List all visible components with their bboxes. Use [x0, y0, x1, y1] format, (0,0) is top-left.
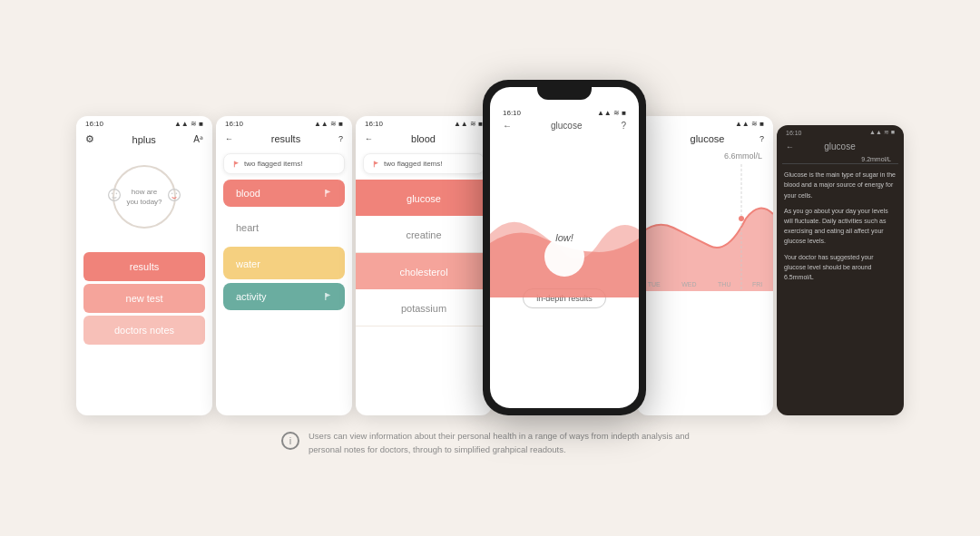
status-bar-5: 16:10 ▲▲ ≋ ■	[777, 125, 904, 138]
cholesterol-item[interactable]: cholesterol	[356, 253, 492, 289]
para1-5: Glucose is the main type of sugar in the…	[784, 170, 897, 200]
svg-point-3	[169, 190, 181, 201]
title-4: glucose	[691, 133, 725, 144]
svg-point-12	[739, 216, 744, 221]
center-time: 16:10	[503, 109, 521, 117]
flag-icon-blood	[325, 189, 332, 198]
doctors-notes-menu-item[interactable]: doctors notes	[83, 316, 205, 345]
info-text: Users can view information about their p…	[309, 430, 699, 456]
screen5-dark: 16:10 ▲▲ ≋ ■ ← glucose 9.2mmol/L Glucose…	[777, 125, 904, 415]
screen3-blood: 16:10 ▲▲ ≋ ■ ← blood two flagged items! …	[356, 116, 492, 415]
info-icon: i	[281, 432, 299, 450]
back-btn-2[interactable]: ←	[225, 134, 233, 143]
nav-bar-5: ← glucose	[777, 138, 904, 155]
back-btn-5[interactable]: ←	[786, 142, 794, 151]
title-1: hplus	[132, 134, 156, 145]
settings-icon-1[interactable]: ⚙	[85, 133, 94, 145]
chart-svg-center	[490, 134, 639, 297]
signal-icons-5: ▲▲ ≋ ■	[869, 129, 895, 136]
aa-icon-1[interactable]: Aᵃ	[193, 134, 203, 144]
nav-bar-2: ← results ?	[216, 130, 352, 148]
glucose-value-4: 6.6mmol/L	[637, 148, 773, 164]
para2-5: As you go about your day your levels wil…	[784, 206, 897, 247]
activity-item[interactable]: activity	[223, 283, 345, 310]
screen1-home: 16:10 ▲▲ ≋ ■ ⚙ hplus Aᵃ	[76, 116, 212, 415]
screen2-results: 16:10 ▲▲ ≋ ■ ← results ? two flagged ite…	[216, 116, 352, 415]
svg-point-0	[109, 190, 121, 201]
title-5: glucose	[824, 141, 855, 151]
glucose-chart-center: low!	[490, 134, 639, 297]
status-bar-3: 16:10 ▲▲ ≋ ■	[356, 116, 492, 130]
flag-banner-3: two flagged items!	[363, 153, 485, 174]
svg-point-4	[172, 193, 173, 195]
back-btn-3[interactable]: ←	[365, 134, 373, 143]
status-bar-1: 16:10 ▲▲ ≋ ■	[76, 116, 212, 130]
signal-icons-3: ▲▲ ≋ ■	[454, 120, 483, 128]
help-btn-2[interactable]: ?	[338, 134, 343, 143]
signal-icons-2: ▲▲ ≋ ■	[314, 120, 343, 128]
greeting-text: how are you today?	[126, 187, 162, 207]
time-3: 16:10	[365, 120, 383, 128]
water-item[interactable]: water	[223, 247, 345, 279]
nav-bar-3: ← blood	[356, 130, 492, 148]
signal-icons-4: ▲▲ ≋ ■	[735, 120, 764, 128]
phone-notch	[537, 80, 592, 100]
screen4-glucose: ▲▲ ≋ ■ glucose ? 6.6mmol/L	[637, 116, 773, 415]
nav-bar-1: ⚙ hplus Aᵃ	[76, 130, 212, 149]
flag-icon-activity	[325, 292, 332, 301]
mood-circle[interactable]: how are you today?	[113, 165, 176, 229]
phone-center: 16:10 ▲▲ ≋ ■ ← glucose ?	[483, 80, 646, 415]
heart-item[interactable]: heart	[223, 210, 345, 243]
flag-icon-2	[233, 161, 240, 168]
time-1: 16:10	[85, 120, 103, 128]
center-back[interactable]: ←	[503, 121, 512, 131]
title-2: results	[271, 133, 300, 144]
para3-5: Your doctor has suggested your glucose l…	[784, 252, 897, 283]
flag-text-2: two flagged items!	[244, 160, 302, 168]
flag-text-3: two flagged items!	[384, 160, 442, 168]
showcase-container: 16:10 ▲▲ ≋ ■ ⚙ hplus Aᵃ	[0, 80, 980, 456]
status-bar-2: 16:10 ▲▲ ≋ ■	[216, 116, 352, 130]
time-2: 16:10	[225, 120, 243, 128]
low-badge: low!	[555, 232, 573, 243]
day-labels-4: TUE WED THU FRI	[637, 281, 773, 287]
top-value-5: 9.2mmol/L	[782, 155, 898, 164]
info-section: i Users can view information about their…	[263, 430, 717, 456]
signal-icons-1: ▲▲ ≋ ■	[174, 120, 203, 128]
new-test-menu-item[interactable]: new test	[83, 284, 205, 313]
status-bar-4: ▲▲ ≋ ■	[637, 116, 773, 130]
creatine-item[interactable]: creatine	[356, 216, 492, 253]
potassium-item[interactable]: potassium	[356, 289, 492, 326]
svg-point-5	[176, 193, 178, 195]
description-5: Glucose is the main type of sugar in the…	[777, 164, 904, 287]
time-5: 16:10	[786, 130, 802, 136]
center-signal: ▲▲ ≋ ■	[597, 109, 626, 117]
center-nav: ← glucose ?	[490, 119, 639, 134]
blood-item[interactable]: blood	[223, 180, 345, 207]
center-title: glucose	[551, 121, 582, 131]
center-help[interactable]: ?	[621, 121, 626, 131]
svg-point-1	[112, 193, 113, 195]
nav-bar-4: glucose ?	[637, 130, 773, 148]
results-menu-item[interactable]: results	[83, 252, 205, 281]
title-3: blood	[411, 133, 436, 144]
flag-banner-2: two flagged items!	[223, 153, 345, 174]
help-btn-4[interactable]: ?	[760, 134, 764, 143]
phone-center-inner: 16:10 ▲▲ ≋ ■ ← glucose ?	[490, 87, 639, 408]
svg-point-2	[116, 193, 118, 195]
flag-icon-3	[373, 161, 380, 168]
chart-4: TUE WED THU FRI	[637, 164, 773, 291]
glucose-item[interactable]: glucose	[356, 180, 492, 216]
screens-row: 16:10 ▲▲ ≋ ■ ⚙ hplus Aᵃ	[76, 80, 904, 415]
